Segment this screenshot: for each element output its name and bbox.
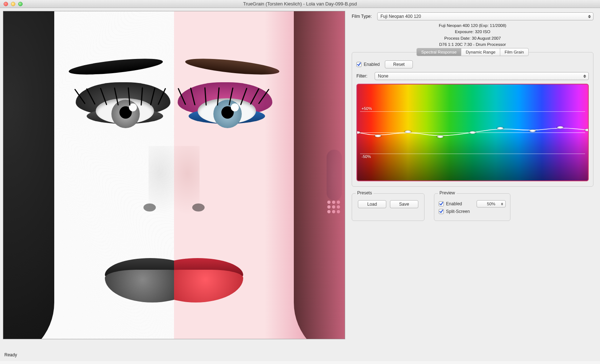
tab-film-grain[interactable]: Film Grain — [500, 48, 528, 56]
spectral-control-point[interactable] — [470, 131, 475, 134]
presets-group: Presets Load Save — [352, 193, 425, 221]
window-title: TrueGrain (Torsten Kieslich) - Lola van … — [0, 1, 600, 7]
close-icon[interactable] — [4, 2, 8, 6]
filter-label: Filter: — [356, 74, 375, 79]
presets-legend: Presets — [356, 190, 374, 195]
film-info-line: Process Date: 30 August 2007 — [352, 35, 593, 41]
filter-value: None — [378, 74, 388, 79]
zoom-icon[interactable] — [18, 2, 23, 6]
load-button[interactable]: Load — [358, 200, 386, 208]
film-info-line: Exposure: 320 ISO — [352, 29, 593, 35]
window-titlebar: TrueGrain (Torsten Kieslich) - Lola van … — [0, 0, 600, 8]
preview-left-bw — [3, 11, 174, 339]
spectral-enabled-checkbox[interactable] — [356, 62, 362, 67]
minimize-icon[interactable] — [11, 2, 15, 6]
film-info-line: Fuji Neopan 400 120 (Exp: 11/2008) — [352, 23, 593, 29]
preview-enabled-label: Enabled — [446, 201, 462, 206]
split-preview — [3, 11, 345, 339]
spectral-control-point[interactable] — [530, 130, 536, 132]
preview-zoom-value: 50% — [487, 202, 495, 206]
spectral-enabled-label: Enabled — [364, 62, 380, 67]
filter-select[interactable]: None — [375, 72, 589, 80]
chevron-updown-icon — [587, 13, 592, 19]
tab-spectral-response[interactable]: Spectral Response — [417, 48, 461, 56]
film-info: Fuji Neopan 400 120 (Exp: 11/2008) Expos… — [352, 23, 593, 48]
spectral-response-chart[interactable]: +50% -50% — [356, 84, 589, 181]
spectral-control-point[interactable] — [437, 135, 443, 138]
preview-right-color — [174, 11, 345, 339]
controls-panel: Film Type: Fuji Neopan 400 120 Fuji Neop… — [345, 11, 600, 342]
preview-zoom-stepper[interactable]: 50% — [477, 200, 506, 207]
chevron-updown-icon — [500, 201, 505, 207]
split-screen-label: Split-Screen — [446, 209, 470, 214]
film-type-label: Film Type: — [352, 14, 377, 19]
traffic-lights — [0, 2, 23, 6]
spectral-control-point[interactable] — [585, 129, 588, 131]
film-type-value: Fuji Neopan 400 120 — [380, 14, 421, 19]
save-button[interactable]: Save — [390, 200, 418, 208]
spectral-control-point[interactable] — [405, 130, 411, 133]
status-bar: Ready — [0, 342, 600, 361]
split-screen-checkbox[interactable] — [439, 209, 444, 214]
tab-dynamic-range[interactable]: Dynamic Range — [461, 48, 500, 56]
tabstrip: Spectral Response Dynamic Range Film Gra… — [417, 48, 529, 56]
preview-enabled-checkbox[interactable] — [439, 201, 444, 206]
preview-group: Preview Enabled 50% Split — [434, 193, 510, 221]
film-type-select[interactable]: Fuji Neopan 400 120 — [377, 12, 593, 20]
spectral-control-point[interactable] — [557, 126, 563, 129]
spectral-control-point[interactable] — [357, 131, 360, 134]
spectral-curve-points[interactable] — [357, 84, 588, 181]
image-preview[interactable] — [3, 11, 345, 339]
status-text: Ready — [4, 352, 17, 357]
film-info-line: D76 1:1 20C 7:30 - Drum Processor — [352, 41, 593, 48]
tabs-panel: Spectral Response Dynamic Range Film Gra… — [352, 52, 593, 187]
preview-legend: Preview — [438, 190, 457, 195]
spectral-control-point[interactable] — [375, 135, 381, 137]
spectral-control-point[interactable] — [497, 127, 503, 130]
reset-button[interactable]: Reset — [385, 60, 413, 68]
chevron-updown-icon — [582, 73, 588, 79]
main-area: Film Type: Fuji Neopan 400 120 Fuji Neop… — [0, 8, 600, 342]
